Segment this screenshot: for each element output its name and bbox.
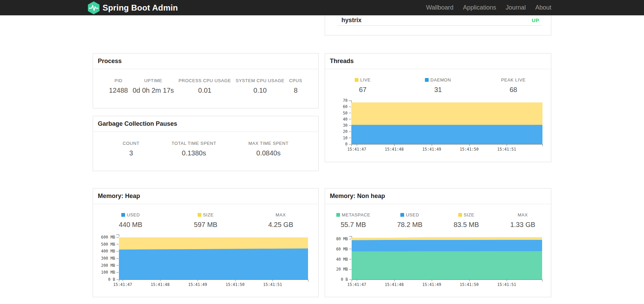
- svg-text:70: 70: [343, 98, 348, 103]
- nav-link-applications[interactable]: Applications: [454, 4, 496, 11]
- svg-text:40: 40: [343, 117, 348, 122]
- card-gc-header: Garbage Collection Pauses: [93, 116, 318, 132]
- svg-text:30: 30: [343, 123, 348, 128]
- brand[interactable]: Spring Boot Admin: [88, 1, 178, 14]
- card-memory-heap-header: Memory: Heap: [93, 188, 318, 204]
- stat-label: LIVE: [325, 77, 400, 82]
- svg-text:80 MB: 80 MB: [336, 237, 348, 241]
- nav-link-journal[interactable]: Journal: [496, 4, 526, 11]
- stat-label: UPTIME: [133, 78, 174, 83]
- stat-value: 0.1380s: [172, 149, 216, 157]
- stat-metaspace: METASPACE55.7 MB: [325, 212, 382, 229]
- stat-value: 67: [325, 86, 400, 94]
- stat-cpus: CPUS8: [289, 78, 303, 94]
- card-threads-header: Threads: [325, 54, 551, 69]
- stat-daemon: DAEMON31: [400, 77, 476, 94]
- stat-label: CPUS: [289, 78, 303, 83]
- legend-swatch-metaspace: [336, 213, 340, 217]
- svg-text:15:41:48: 15:41:48: [385, 282, 403, 287]
- threads-legend: LIVE67DAEMON31PEAK LIVE68: [325, 69, 551, 97]
- memory-heap-chart: 0 B100 MB200 MB300 MB400 MB500 MB600 MB1…: [93, 232, 318, 290]
- heap-legend: USED440 MBSIZE597 MBMAX4.25 GB: [93, 204, 318, 232]
- stat-label: PROCESS CPU USAGE: [179, 78, 231, 83]
- stat-value: 0.01: [179, 86, 231, 94]
- svg-text:0 B: 0 B: [341, 277, 348, 282]
- svg-text:0 B: 0 B: [108, 277, 115, 282]
- stat-label: COUNT: [123, 141, 139, 146]
- process-stats: PID12488UPTIME0d 0h 2m 17sPROCESS CPU US…: [93, 69, 318, 101]
- nav-link-wallboard[interactable]: Wallboard: [416, 4, 453, 11]
- stat-label: METASPACE: [325, 212, 382, 217]
- stat-value: 55.7 MB: [325, 221, 382, 229]
- svg-text:200 MB: 200 MB: [101, 263, 115, 268]
- card-process-header: Process: [93, 54, 318, 69]
- svg-text:50: 50: [343, 111, 348, 116]
- svg-text:15:41:51: 15:41:51: [263, 282, 282, 287]
- svg-text:10: 10: [343, 136, 348, 140]
- card-memory-heap-title: Memory: Heap: [98, 193, 140, 199]
- svg-text:15:41:47: 15:41:47: [347, 147, 366, 152]
- stat-label: MAX: [494, 212, 551, 217]
- card-memory-nonheap-title: Memory: Non heap: [330, 193, 385, 199]
- svg-text:15:41:48: 15:41:48: [151, 282, 169, 287]
- status-badge: UP: [532, 17, 539, 23]
- stat-label: SIZE: [438, 212, 495, 217]
- stat-used: USED78.2 MB: [382, 212, 438, 229]
- stat-label: USED: [382, 212, 438, 217]
- stat-value: 3: [123, 149, 139, 157]
- svg-text:500 MB: 500 MB: [101, 242, 115, 247]
- stat-uptime: UPTIME0d 0h 2m 17s: [133, 78, 174, 94]
- svg-text:15:41:49: 15:41:49: [422, 282, 441, 287]
- card-threads-title: Threads: [330, 58, 354, 64]
- stat-peak-live: PEAK LIVE68: [476, 77, 551, 94]
- stat-value: 0.0840s: [248, 149, 289, 157]
- svg-text:60: 60: [343, 104, 348, 109]
- stat-value: 0.10: [236, 86, 285, 94]
- svg-text:300 MB: 300 MB: [101, 256, 115, 261]
- svg-text:400 MB: 400 MB: [101, 249, 115, 254]
- area-series-daemon: [351, 125, 542, 144]
- stat-value: 1.33 GB: [494, 221, 551, 229]
- legend-swatch-used: [400, 213, 404, 217]
- area-series-metaspace: [352, 251, 542, 279]
- stat-label: SYSTEM CPU USAGE: [236, 78, 285, 83]
- stat-value: 597 MB: [168, 221, 243, 229]
- pulse-hexagon-icon: [88, 1, 99, 14]
- nonheap-legend: METASPACE55.7 MBUSED78.2 MBSIZE83.5 MBMA…: [325, 204, 551, 232]
- card-process-title: Process: [98, 58, 122, 64]
- stat-value: 0d 0h 2m 17s: [133, 86, 174, 94]
- stat-label: MAX TIME SPENT: [248, 141, 289, 146]
- card-threads: Threads LIVE67DAEMON31PEAK LIVE68 010203…: [325, 53, 551, 162]
- svg-text:40 MB: 40 MB: [336, 257, 348, 262]
- memory-nonheap-chart: 0 B20 MB40 MB60 MB80 MB15:41:4715:41:481…: [325, 232, 551, 290]
- svg-text:15:41:49: 15:41:49: [422, 147, 441, 152]
- stat-value: 12488: [109, 86, 128, 94]
- stat-value: 440 MB: [93, 221, 168, 229]
- stat-label: MAX: [243, 212, 318, 217]
- card-gc-title: Garbage Collection Pauses: [98, 120, 177, 127]
- application-name: hystrix: [341, 17, 362, 24]
- svg-text:600 MB: 600 MB: [101, 235, 115, 240]
- stat-label: PEAK LIVE: [476, 77, 551, 82]
- brand-title: Spring Boot Admin: [103, 3, 178, 13]
- stat-size: SIZE83.5 MB: [438, 212, 495, 229]
- area-series-used: [119, 248, 308, 279]
- stat-size: SIZE597 MB: [168, 212, 243, 229]
- nav-link-about[interactable]: About: [526, 4, 551, 11]
- legend-swatch-live: [355, 78, 358, 82]
- application-row[interactable]: hystrix UP: [337, 15, 542, 26]
- stat-label: DAEMON: [400, 77, 476, 82]
- nav-links: WallboardApplicationsJournalAbout: [416, 0, 551, 15]
- stat-label: USED: [93, 212, 168, 217]
- card-memory-heap: Memory: Heap USED440 MBSIZE597 MBMAX4.25…: [93, 188, 319, 297]
- stat-value: 83.5 MB: [438, 221, 495, 229]
- svg-text:15:41:48: 15:41:48: [385, 147, 403, 152]
- legend-swatch-used: [121, 213, 125, 217]
- threads-chart: 01020304050607015:41:4715:41:4815:41:491…: [325, 97, 551, 155]
- svg-text:15:41:51: 15:41:51: [497, 147, 516, 152]
- card-process: Process PID12488UPTIME0d 0h 2m 17sPROCES…: [93, 53, 319, 108]
- stat-value: 68: [476, 86, 551, 94]
- svg-text:100 MB: 100 MB: [101, 270, 115, 275]
- stat-label: SIZE: [168, 212, 243, 217]
- svg-text:20: 20: [343, 129, 348, 134]
